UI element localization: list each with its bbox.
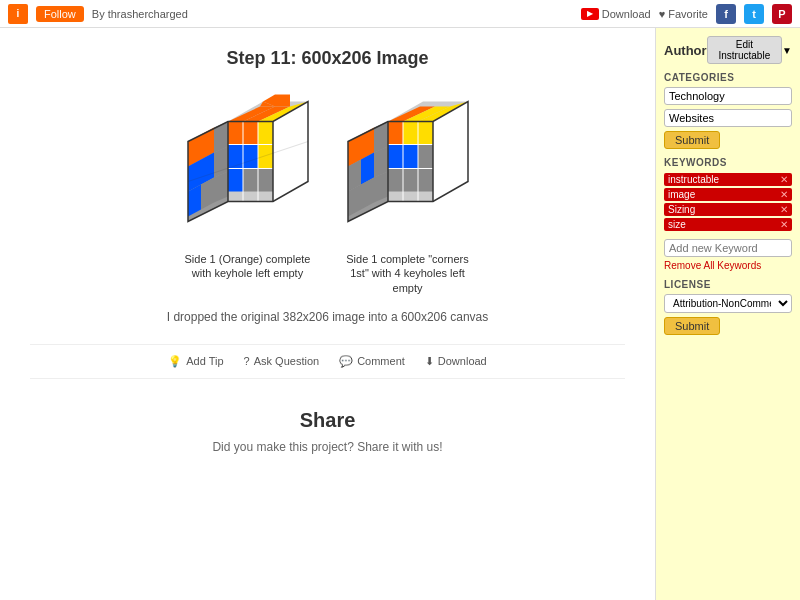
follow-button[interactable]: Follow: [36, 6, 84, 22]
svg-rect-16: [258, 145, 273, 169]
remove-all-keywords-link[interactable]: Remove All Keywords: [664, 260, 792, 271]
download-step-label: Download: [438, 355, 487, 367]
comment-label: Comment: [357, 355, 405, 367]
download-icon: ⬇: [425, 355, 434, 368]
heart-icon: ♥: [659, 8, 666, 20]
categories-submit-button[interactable]: Submit: [664, 131, 720, 149]
images-row: Side 1 (Orange) complete with keyhole le…: [30, 89, 625, 295]
ask-question-action[interactable]: ? Ask Question: [244, 355, 320, 368]
sidebar-dropdown-arrow[interactable]: ▼: [782, 45, 792, 56]
tip-icon: 💡: [168, 355, 182, 368]
pinterest-button[interactable]: P: [772, 4, 792, 24]
image-block-2: Side 1 complete "corners 1st" with 4 key…: [338, 89, 478, 295]
category1-dropdown[interactable]: Technology: [664, 87, 792, 105]
twitter-button[interactable]: t: [744, 4, 764, 24]
svg-rect-18: [243, 169, 258, 192]
content-area: Step 11: 600x206 Image: [0, 28, 655, 600]
edit-instructable-button[interactable]: Edit Instructable: [707, 36, 782, 64]
keyword-size: size ✕: [664, 218, 792, 231]
question-icon: ?: [244, 355, 250, 367]
youtube-icon: [581, 8, 599, 20]
keyword-text-size: size: [668, 219, 686, 230]
category2-dropdown[interactable]: Websites: [664, 109, 792, 127]
comment-action[interactable]: 💬 Comment: [339, 355, 405, 368]
favorite-label: Favorite: [668, 8, 708, 20]
svg-rect-48: [418, 122, 433, 145]
svg-rect-54: [418, 169, 433, 192]
svg-rect-50: [403, 145, 418, 169]
cube-image-1: [178, 89, 318, 244]
favorite-action[interactable]: ♥ Favorite: [659, 8, 708, 20]
download-step-action[interactable]: ⬇ Download: [425, 355, 487, 368]
remove-keyword-instructable[interactable]: ✕: [780, 174, 788, 185]
image-caption-2: Side 1 complete "corners 1st" with 4 key…: [338, 252, 478, 295]
comment-icon: 💬: [339, 355, 353, 368]
svg-rect-46: [388, 122, 403, 145]
svg-rect-52: [388, 169, 403, 192]
facebook-button[interactable]: f: [716, 4, 736, 24]
keyword-list: instructable ✕ image ✕ Sizing ✕ size ✕: [664, 172, 792, 232]
svg-rect-12: [243, 122, 258, 145]
svg-rect-17: [228, 169, 243, 192]
license-dropdown[interactable]: Attribution-NonCommercial-Share/: [664, 294, 792, 313]
keyword-text-instructable: instructable: [668, 174, 719, 185]
sidebar-header: Author Edit Instructable ▼: [664, 36, 792, 64]
share-section: Share Did you make this project? Share i…: [30, 379, 625, 484]
topbar-right: Download ♥ Favorite f t P: [581, 4, 792, 24]
svg-rect-11: [228, 122, 243, 145]
sidebar: Author Edit Instructable ▼ CATEGORIES Te…: [655, 28, 800, 600]
share-description: Did you make this project? Share it with…: [30, 440, 625, 454]
svg-rect-13: [258, 122, 273, 145]
share-title: Share: [30, 409, 625, 432]
categories-label: CATEGORIES: [664, 72, 792, 83]
sidebar-title: Author: [664, 43, 707, 58]
keywords-label: KEYWORDS: [664, 157, 792, 168]
main-layout: Step 11: 600x206 Image: [0, 28, 800, 600]
image-block-1: Side 1 (Orange) complete with keyhole le…: [178, 89, 318, 295]
keyword-image: image ✕: [664, 188, 792, 201]
svg-rect-49: [388, 145, 403, 169]
license-submit-button[interactable]: Submit: [664, 317, 720, 335]
step-description: I dropped the original 382x206 image int…: [30, 310, 625, 324]
svg-rect-53: [403, 169, 418, 192]
step-title: Step 11: 600x206 Image: [30, 48, 625, 69]
topbar: i Follow By thrashercharged Download ♥ F…: [0, 0, 800, 28]
svg-rect-19: [258, 169, 273, 192]
add-keyword-input[interactable]: [664, 239, 792, 257]
svg-rect-47: [403, 122, 418, 145]
cube-image-2: [338, 89, 478, 244]
keyword-instructable: instructable ✕: [664, 173, 792, 186]
logo-icon: i: [8, 4, 28, 24]
author-credit: By thrashercharged: [92, 8, 188, 20]
download-action[interactable]: Download: [581, 8, 651, 20]
svg-rect-51: [418, 145, 433, 169]
remove-keyword-sizing[interactable]: ✕: [780, 204, 788, 215]
svg-rect-14: [228, 145, 243, 169]
keyword-text-image: image: [668, 189, 695, 200]
svg-rect-15: [243, 145, 258, 169]
add-tip-label: Add Tip: [186, 355, 223, 367]
add-tip-action[interactable]: 💡 Add Tip: [168, 355, 223, 368]
keyword-sizing: Sizing ✕: [664, 203, 792, 216]
download-label: Download: [602, 8, 651, 20]
keyword-text-sizing: Sizing: [668, 204, 695, 215]
svg-marker-25: [275, 95, 290, 107]
remove-keyword-image[interactable]: ✕: [780, 189, 788, 200]
license-label: LICENSE: [664, 279, 792, 290]
image-caption-1: Side 1 (Orange) complete with keyhole le…: [178, 252, 318, 281]
action-bar: 💡 Add Tip ? Ask Question 💬 Comment ⬇ Dow…: [30, 344, 625, 379]
remove-keyword-size[interactable]: ✕: [780, 219, 788, 230]
ask-question-label: Ask Question: [254, 355, 319, 367]
